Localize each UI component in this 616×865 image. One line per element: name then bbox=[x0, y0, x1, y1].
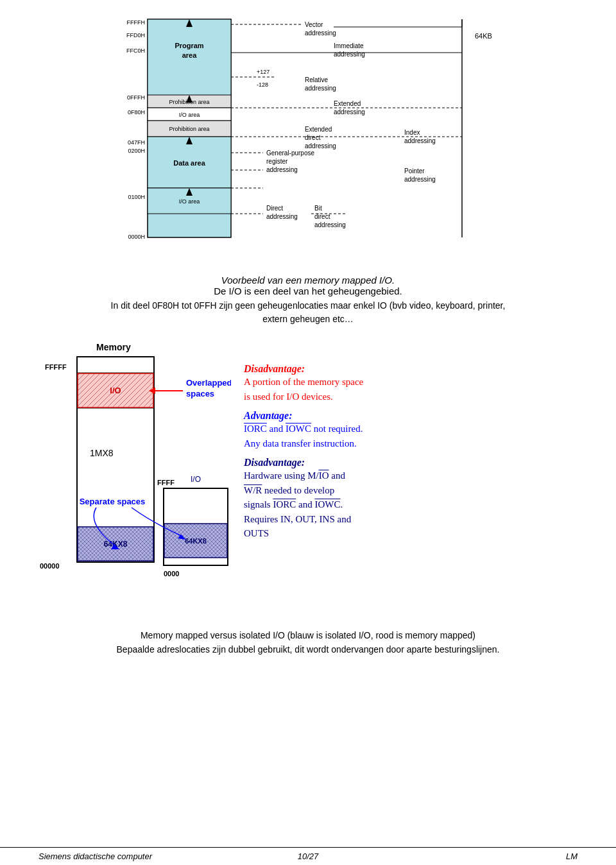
svg-text:0200H: 0200H bbox=[128, 148, 145, 154]
svg-text:addressing: addressing bbox=[404, 176, 436, 183]
svg-text:Data area: Data area bbox=[173, 159, 205, 167]
svg-text:Separate spaces: Separate spaces bbox=[80, 497, 146, 506]
svg-text:Prohibition area: Prohibition area bbox=[169, 126, 209, 132]
svg-text:Extended: Extended bbox=[334, 100, 361, 107]
svg-text:area: area bbox=[182, 51, 198, 59]
bottom-caption-line1: Memory mapped versus isolated I/O (blauw… bbox=[38, 628, 578, 642]
svg-text:Program: Program bbox=[175, 42, 203, 49]
svg-text:addressing: addressing bbox=[266, 213, 298, 220]
svg-text:direct: direct bbox=[305, 134, 321, 141]
bottom-diagram-svg: Memory FFFFF I/O 1MX8 bbox=[38, 338, 231, 613]
bottom-caption-line2: Bepaalde adreslocaties zijn dubbel gebru… bbox=[38, 642, 578, 656]
svg-text:Immediate: Immediate bbox=[334, 42, 364, 49]
advantage1-title: Advantage: bbox=[244, 410, 578, 422]
svg-text:addressing: addressing bbox=[266, 166, 298, 173]
svg-text:I/O: I/O bbox=[191, 475, 201, 484]
svg-text:General-purpose: General-purpose bbox=[266, 150, 314, 157]
disadvantage2-body: Hardware using M/IO and W/R needed to de… bbox=[244, 468, 578, 541]
svg-text:1MX8: 1MX8 bbox=[90, 448, 114, 458]
svg-text:addressing: addressing bbox=[334, 108, 365, 116]
svg-text:64KX8: 64KX8 bbox=[185, 537, 207, 545]
svg-text:Relative: Relative bbox=[305, 76, 329, 83]
caption-block: Voorbeeld van een memory mapped I/O. De … bbox=[38, 275, 578, 326]
svg-text:FFD0H: FFD0H bbox=[126, 32, 145, 39]
svg-text:0FFFH: 0FFFH bbox=[127, 94, 145, 101]
svg-text:I/O: I/O bbox=[110, 386, 121, 395]
svg-text:Overlapped: Overlapped bbox=[186, 378, 231, 388]
svg-text:direct: direct bbox=[314, 213, 330, 220]
svg-text:addressing: addressing bbox=[334, 51, 365, 58]
right-text-block: Disadvantage: A portion of the memory sp… bbox=[231, 338, 578, 615]
svg-text:64KB: 64KB bbox=[475, 32, 492, 40]
svg-text:register: register bbox=[266, 158, 288, 165]
svg-text:047FH: 047FH bbox=[128, 139, 145, 146]
disadvantage1-body: A portion of the memory space is used fo… bbox=[244, 375, 578, 404]
svg-text:FFFFH: FFFFH bbox=[127, 19, 146, 26]
svg-text:spaces: spaces bbox=[186, 389, 214, 398]
footer-center: 10/27 bbox=[218, 852, 398, 861]
svg-text:00000: 00000 bbox=[40, 562, 60, 570]
svg-text:Bit: Bit bbox=[314, 205, 322, 212]
page-content: FFFFH FFD0H FFC0H Program area 0FFFH Pro… bbox=[0, 0, 616, 728]
svg-text:FFFFF: FFFFF bbox=[45, 363, 67, 371]
footer-right: LM bbox=[398, 852, 578, 861]
bottom-caption: Memory mapped versus isolated I/O (blauw… bbox=[38, 628, 578, 657]
svg-text:Memory: Memory bbox=[96, 342, 131, 352]
svg-text:0000H: 0000H bbox=[128, 234, 145, 240]
caption-line1: Voorbeeld van een memory mapped I/O. bbox=[38, 275, 578, 286]
memory-map-svg: FFFFH FFD0H FFC0H Program area 0FFFH Pro… bbox=[58, 13, 558, 263]
caption-line2: De I/O is een deel van het geheugengebie… bbox=[38, 286, 578, 296]
svg-text:Pointer: Pointer bbox=[404, 167, 425, 175]
svg-text:addressing: addressing bbox=[305, 30, 336, 37]
left-diagram: Memory FFFFF I/O 1MX8 bbox=[38, 338, 231, 615]
footer: Siemens didactische computer 10/27 LM bbox=[0, 847, 616, 865]
svg-text:addressing: addressing bbox=[305, 142, 336, 150]
svg-text:FFC0H: FFC0H bbox=[126, 47, 145, 54]
caption-line3: In dit deel 0F80H tot 0FFH zijn geen geh… bbox=[38, 299, 578, 326]
svg-text:I/O area: I/O area bbox=[179, 112, 200, 118]
bottom-section: Memory FFFFF I/O 1MX8 bbox=[38, 338, 578, 615]
disadvantage1-title: Disadvantage: bbox=[244, 363, 578, 375]
bottom-diagram-area: Memory FFFFF I/O 1MX8 bbox=[38, 338, 578, 615]
svg-text:-128: -128 bbox=[257, 81, 268, 88]
svg-text:Direct: Direct bbox=[266, 205, 283, 212]
svg-text:addressing: addressing bbox=[404, 137, 436, 144]
footer-left: Siemens didactische computer bbox=[38, 852, 218, 861]
svg-text:I/O area: I/O area bbox=[179, 198, 200, 205]
advantage1-body: IORC and IOWC not required. Any data tra… bbox=[244, 422, 578, 450]
svg-text:0000: 0000 bbox=[164, 570, 179, 578]
svg-text:addressing: addressing bbox=[314, 221, 346, 228]
svg-text:Vector: Vector bbox=[305, 21, 323, 28]
top-diagram: FFFFH FFD0H FFC0H Program area 0FFFH Pro… bbox=[38, 13, 578, 263]
svg-text:0F80H: 0F80H bbox=[128, 109, 145, 116]
svg-text:Index: Index bbox=[404, 129, 420, 136]
svg-text:Extended: Extended bbox=[305, 126, 332, 133]
svg-text:addressing: addressing bbox=[305, 85, 336, 92]
disadvantage2-title: Disadvantage: bbox=[244, 457, 578, 468]
svg-text:FFFF: FFFF bbox=[157, 479, 175, 486]
svg-text:+127: +127 bbox=[257, 69, 270, 75]
svg-text:0100H: 0100H bbox=[128, 194, 145, 200]
